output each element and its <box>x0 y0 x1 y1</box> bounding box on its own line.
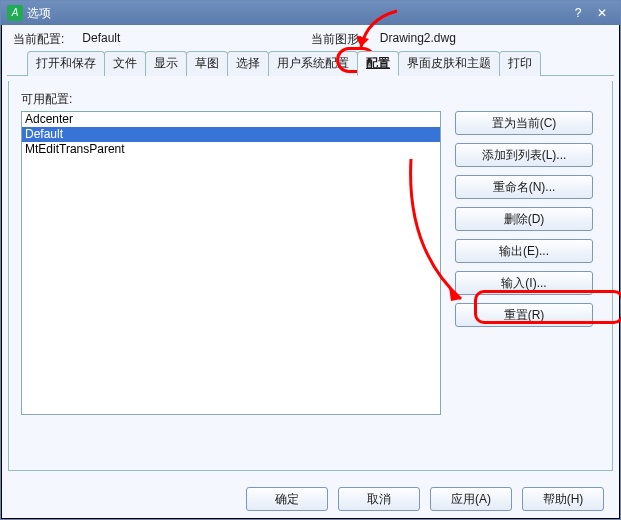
titlebar: A 选项 ? ✕ <box>1 1 620 25</box>
cancel-button[interactable]: 取消 <box>338 487 420 511</box>
current-drawing-label: 当前图形: <box>311 31 362 48</box>
ok-button[interactable]: 确定 <box>246 487 328 511</box>
profiles-listbox[interactable]: Adcenter Default MtEditTransParent <box>21 111 441 415</box>
tab-open-save[interactable]: 打开和保存 <box>27 51 105 76</box>
tab-drafting[interactable]: 草图 <box>186 51 228 76</box>
export-button[interactable]: 输出(E)... <box>455 239 593 263</box>
tab-selection[interactable]: 选择 <box>227 51 269 76</box>
tab-panel-profiles: 可用配置: Adcenter Default MtEditTransParent… <box>8 81 613 471</box>
dialog-footer: 确定 取消 应用(A) 帮助(H) <box>1 487 620 511</box>
help-icon[interactable]: ? <box>566 4 590 22</box>
tab-display[interactable]: 显示 <box>145 51 187 76</box>
tab-user-prefs[interactable]: 用户系统配置 <box>268 51 358 76</box>
header-info: 当前配置: Default 当前图形: Drawing2.dwg <box>1 25 620 50</box>
list-item[interactable]: Adcenter <box>22 112 440 127</box>
list-item[interactable]: Default <box>22 127 440 142</box>
list-item[interactable]: MtEditTransParent <box>22 142 440 157</box>
close-icon[interactable]: ✕ <box>590 4 614 22</box>
dialog-title: 选项 <box>27 5 51 22</box>
tabbar: 打开和保存 文件 显示 草图 选择 用户系统配置 配置 界面皮肤和主题 打印 <box>7 50 614 76</box>
add-to-list-button[interactable]: 添加到列表(L)... <box>455 143 593 167</box>
import-button[interactable]: 输入(I)... <box>455 271 593 295</box>
tab-skin-theme[interactable]: 界面皮肤和主题 <box>398 51 500 76</box>
delete-button[interactable]: 删除(D) <box>455 207 593 231</box>
apply-button[interactable]: 应用(A) <box>430 487 512 511</box>
options-dialog: A 选项 ? ✕ 当前配置: Default 当前图形: Drawing2.dw… <box>0 0 621 520</box>
set-current-button[interactable]: 置为当前(C) <box>455 111 593 135</box>
available-profiles-label: 可用配置: <box>21 91 600 108</box>
current-profile-label: 当前配置: <box>13 31 64 48</box>
tab-print[interactable]: 打印 <box>499 51 541 76</box>
profile-action-buttons: 置为当前(C) 添加到列表(L)... 重命名(N)... 删除(D) 输出(E… <box>455 111 593 415</box>
rename-button[interactable]: 重命名(N)... <box>455 175 593 199</box>
reset-button[interactable]: 重置(R) <box>455 303 593 327</box>
tab-file[interactable]: 文件 <box>104 51 146 76</box>
current-profile-value: Default <box>82 31 120 48</box>
app-icon: A <box>7 5 23 21</box>
tab-profiles[interactable]: 配置 <box>357 51 399 76</box>
help-button[interactable]: 帮助(H) <box>522 487 604 511</box>
current-drawing-value: Drawing2.dwg <box>380 31 456 48</box>
